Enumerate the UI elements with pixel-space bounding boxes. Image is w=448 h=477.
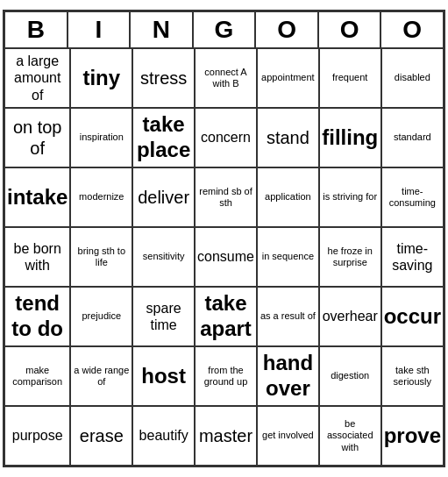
cell-text-10: concern: [201, 129, 251, 146]
bingo-cell-25: in sequence: [257, 227, 319, 287]
bingo-header: BINGOOO: [4, 11, 444, 48]
cell-text-14: intake: [7, 185, 68, 210]
bingo-cell-8: inspiration: [70, 108, 132, 167]
bingo-cell-26: he froze in surprise: [319, 227, 381, 287]
bingo-cell-3: connect A with B: [195, 48, 257, 108]
cell-text-18: application: [265, 191, 311, 203]
bingo-cell-14: intake: [4, 167, 70, 227]
bingo-cell-23: sensitivity: [132, 227, 195, 287]
bingo-cell-15: modernize: [70, 167, 132, 227]
cell-text-48: prove: [384, 424, 441, 449]
bingo-cell-19: is striving for: [319, 167, 381, 227]
cell-text-35: make comparison: [7, 365, 68, 388]
cell-text-5: frequent: [332, 72, 367, 83]
bingo-grid: a large amount oftinystressconnect A wit…: [4, 48, 444, 466]
cell-text-13: standard: [394, 132, 431, 143]
cell-text-26: he froze in surprise: [322, 246, 379, 268]
bingo-cell-27: time-saving: [381, 227, 444, 287]
cell-text-37: host: [141, 364, 186, 389]
cell-text-15: modernize: [79, 191, 124, 203]
bingo-cell-39: hand over: [257, 346, 319, 406]
cell-text-40: digestion: [331, 370, 369, 381]
bingo-cell-4: appointment: [257, 48, 319, 108]
bingo-cell-21: be born with: [4, 227, 70, 287]
cell-text-1: tiny: [82, 66, 120, 91]
bingo-cell-30: spare time: [132, 287, 195, 346]
cell-text-21: be born with: [7, 240, 68, 274]
cell-text-8: inspiration: [80, 132, 124, 143]
header-cell-N: N: [130, 11, 193, 48]
bingo-cell-37: host: [132, 346, 195, 406]
bingo-cell-18: application: [257, 167, 319, 227]
cell-text-27: time-saving: [384, 240, 441, 274]
cell-text-34: occur: [384, 304, 441, 330]
bingo-cell-16: deliver: [132, 167, 195, 227]
bingo-cell-9: take place: [132, 108, 195, 167]
header-cell-O: O: [318, 11, 381, 48]
bingo-cell-6: disabled: [381, 48, 444, 108]
cell-text-11: stand: [267, 127, 309, 148]
cell-text-7: on top of: [7, 117, 68, 159]
cell-text-19: is striving for: [323, 191, 377, 203]
cell-text-24: consume: [197, 248, 254, 265]
cell-text-42: purpose: [12, 427, 63, 444]
cell-text-30: spare time: [135, 300, 192, 333]
bingo-cell-43: erase: [70, 406, 132, 466]
bingo-cell-48: prove: [381, 406, 444, 466]
cell-text-25: in sequence: [262, 251, 314, 262]
cell-text-9: take place: [135, 112, 192, 163]
cell-text-32: as a result of: [260, 310, 316, 322]
cell-text-31: take apart: [197, 291, 254, 342]
cell-text-47: be associated with: [322, 418, 379, 453]
header-cell-B: B: [4, 11, 68, 48]
cell-text-38: from the ground up: [197, 365, 254, 388]
cell-text-28: tend to do: [7, 291, 68, 342]
bingo-cell-35: make comparison: [4, 346, 70, 406]
cell-text-2: stress: [140, 68, 187, 89]
bingo-cell-11: stand: [257, 108, 319, 167]
cell-text-16: deliver: [138, 187, 189, 208]
bingo-cell-22: bring sth to life: [70, 227, 132, 287]
bingo-cell-7: on top of: [4, 108, 70, 167]
bingo-cell-34: occur: [381, 287, 444, 346]
header-cell-I: I: [68, 11, 131, 48]
cell-text-41: take sth seriously: [384, 365, 441, 388]
cell-text-39: hand over: [260, 351, 316, 402]
bingo-cell-1: tiny: [70, 48, 132, 108]
cell-text-3: connect A with B: [197, 67, 254, 89]
bingo-cell-17: remind sb of sth: [195, 167, 257, 227]
bingo-cell-20: time-consuming: [381, 167, 444, 227]
header-cell-O: O: [380, 11, 444, 48]
bingo-cell-31: take apart: [195, 287, 257, 346]
bingo-cell-10: concern: [195, 108, 257, 167]
cell-text-17: remind sb of sth: [197, 186, 254, 209]
bingo-cell-2: stress: [132, 48, 195, 108]
bingo-cell-42: purpose: [4, 406, 70, 466]
cell-text-29: prejudice: [82, 310, 121, 322]
bingo-cell-36: a wide range of: [70, 346, 132, 406]
bingo-cell-45: master: [195, 406, 257, 466]
cell-text-33: overhear: [323, 308, 378, 324]
cell-text-45: master: [199, 425, 252, 446]
cell-text-20: time-consuming: [384, 186, 441, 209]
bingo-cell-13: standard: [381, 108, 444, 167]
cell-text-4: appointment: [261, 72, 315, 83]
header-cell-O: O: [255, 11, 318, 48]
bingo-cell-5: frequent: [319, 48, 381, 108]
cell-text-12: filling: [322, 125, 378, 151]
cell-text-6: disabled: [395, 72, 430, 83]
cell-text-44: beautify: [139, 427, 188, 444]
cell-text-46: get involved: [262, 430, 314, 441]
bingo-cell-12: filling: [319, 108, 381, 167]
bingo-cell-32: as a result of: [257, 287, 319, 346]
bingo-cell-0: a large amount of: [4, 48, 70, 108]
bingo-cell-40: digestion: [319, 346, 381, 406]
bingo-cell-24: consume: [195, 227, 257, 287]
bingo-cell-47: be associated with: [319, 406, 381, 466]
bingo-cell-28: tend to do: [4, 287, 70, 346]
cell-text-23: sensitivity: [143, 251, 185, 262]
bingo-cell-46: get involved: [257, 406, 319, 466]
bingo-cell-38: from the ground up: [195, 346, 257, 406]
bingo-cell-33: overhear: [319, 287, 381, 346]
header-cell-G: G: [193, 11, 256, 48]
